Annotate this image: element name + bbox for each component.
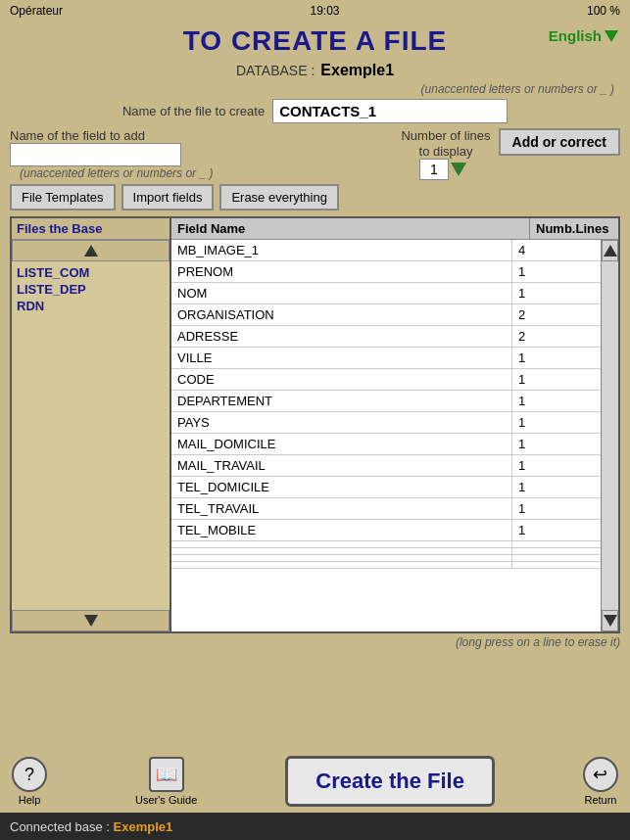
table-row[interactable]: CODE1: [171, 369, 601, 391]
field-lines-cell: 1: [512, 498, 601, 519]
field-lines-cell: 2: [512, 304, 601, 325]
num-lines-dropdown-icon[interactable]: [451, 163, 466, 176]
return-button[interactable]: ↩ Return: [583, 757, 618, 806]
fields-scroll-down-icon: [604, 615, 617, 627]
list-item[interactable]: RDN: [17, 298, 165, 314]
field-name-cell: MAIL_TRAVAIL: [171, 455, 512, 476]
files-list-container: LISTE_COM LISTE_DEP RDN: [12, 261, 170, 610]
table-row[interactable]: [171, 562, 601, 569]
field-lines-cell: 1: [512, 391, 601, 411]
table-row[interactable]: [171, 541, 601, 548]
table-row[interactable]: DEPARTEMENT1: [171, 391, 601, 412]
field-name-cell: DEPARTEMENT: [171, 391, 512, 411]
connected-base-bar: Connected base : Exemple1: [0, 813, 630, 840]
field-name-cell: TEL_TRAVAIL: [171, 498, 512, 519]
table-row[interactable]: MB_IMAGE_14: [171, 240, 601, 261]
table-row[interactable]: [171, 555, 601, 562]
field-name-cell: [171, 541, 512, 547]
col-field-name: Field Name: [171, 218, 530, 239]
list-item[interactable]: LISTE_COM: [17, 264, 165, 281]
files-panel-header: Files the Base: [12, 218, 170, 240]
time-label: 19:03: [310, 4, 339, 18]
files-scroll-up-button[interactable]: [12, 240, 170, 261]
battery-label: 100 %: [587, 4, 620, 18]
help-icon: ?: [12, 757, 47, 792]
file-name-input[interactable]: [272, 99, 508, 123]
field-name-cell: ORGANISATION: [171, 304, 512, 325]
field-name-cell: [171, 548, 512, 554]
status-bar: Opérateur 19:03 100 %: [0, 0, 630, 22]
fields-header: Field Name Numb.Lines: [171, 218, 618, 240]
files-panel: Files the Base LISTE_COM LISTE_DEP RDN: [10, 216, 171, 633]
import-fields-button[interactable]: Import fields: [121, 184, 215, 210]
table-row[interactable]: TEL_MOBILE1: [171, 520, 601, 541]
field-add-label: Name of the field to add: [10, 128, 393, 143]
files-scroll-down-button[interactable]: [12, 610, 170, 631]
field-add-input[interactable]: [10, 143, 181, 166]
field-lines-cell: [512, 541, 601, 547]
field-lines-cell: 1: [512, 348, 601, 368]
field-name-cell: CODE: [171, 369, 512, 390]
table-row[interactable]: TEL_DOMICILE1: [171, 477, 601, 498]
file-templates-button[interactable]: File Templates: [10, 184, 116, 210]
field-lines-cell: 2: [512, 326, 601, 347]
table-row[interactable]: MAIL_DOMICILE1: [171, 434, 601, 455]
help-button[interactable]: ? Help: [12, 757, 47, 806]
field-name-cell: ADRESSE: [171, 326, 512, 347]
erase-everything-button[interactable]: Erase everything: [219, 184, 339, 210]
field-name-cell: PRENOM: [171, 261, 512, 282]
field-hint: (unaccented letters or numbers or _ ): [10, 166, 393, 180]
list-item[interactable]: LISTE_DEP: [17, 281, 165, 298]
table-row[interactable]: TEL_TRAVAIL1: [171, 498, 601, 520]
language-label: English: [549, 27, 602, 44]
fields-panel: Field Name Numb.Lines MB_IMAGE_14PRENOM1…: [171, 216, 620, 633]
fields-scrollbar[interactable]: [601, 240, 618, 631]
scroll-down-icon: [84, 615, 98, 627]
files-list: LISTE_COM LISTE_DEP RDN: [12, 261, 170, 317]
fields-scroll-up-button[interactable]: [602, 240, 618, 261]
operator-label: Opérateur: [10, 4, 63, 18]
add-correct-button[interactable]: Add or correct: [499, 128, 620, 156]
page-title: TO CREATE A FILE: [183, 25, 448, 56]
field-name-cell: TEL_DOMICILE: [171, 477, 512, 497]
table-row[interactable]: PAYS1: [171, 412, 601, 434]
create-file-button[interactable]: Create the File: [285, 756, 495, 807]
fields-scroll-wrapper: MB_IMAGE_14PRENOM1NOM1ORGANISATION2ADRES…: [171, 240, 618, 631]
field-lines-cell: 1: [512, 434, 601, 454]
field-lines-cell: 1: [512, 369, 601, 390]
fields-scroll-down-button[interactable]: [602, 610, 618, 631]
table-row[interactable]: NOM1: [171, 283, 601, 304]
bottom-bar: ? Help 📖 User's Guide Create the File ↩ …: [0, 750, 630, 813]
field-lines-cell: 1: [512, 455, 601, 476]
table-row[interactable]: ADRESSE2: [171, 326, 601, 348]
table-row[interactable]: MAIL_TRAVAIL1: [171, 455, 601, 477]
users-guide-button[interactable]: 📖 User's Guide: [135, 757, 197, 806]
table-row[interactable]: VILLE1: [171, 348, 601, 369]
field-lines-cell: 1: [512, 283, 601, 303]
return-label: Return: [584, 794, 616, 806]
toolbar-row: File Templates Import fields Erase every…: [0, 180, 630, 214]
field-name-cell: VILLE: [171, 348, 512, 368]
field-lines-cell: 1: [512, 477, 601, 497]
language-button[interactable]: English: [549, 27, 618, 44]
fields-scroll-up-icon: [604, 245, 617, 257]
field-lines-cell: 1: [512, 412, 601, 433]
scroll-thumb-area: [602, 261, 618, 610]
table-row[interactable]: [171, 548, 601, 555]
long-press-hint: (long press on a line to erase it): [0, 635, 630, 649]
mid-section: Name of the field to add (unaccented let…: [0, 128, 630, 180]
num-lines-control: 1: [419, 159, 466, 180]
main-area: Files the Base LISTE_COM LISTE_DEP RDN F…: [0, 214, 630, 635]
page-header: TO CREATE A FILE English: [0, 22, 630, 59]
table-row[interactable]: PRENOM1: [171, 261, 601, 283]
file-name-row: Name of the file to create: [0, 96, 630, 126]
guide-label: User's Guide: [135, 794, 197, 806]
table-row[interactable]: ORGANISATION2: [171, 304, 601, 326]
connected-label: Connected base :: [10, 819, 110, 834]
field-lines-cell: 1: [512, 520, 601, 540]
field-name-cell: [171, 555, 512, 561]
field-name-cell: PAYS: [171, 412, 512, 433]
field-lines-cell: [512, 562, 601, 568]
num-lines-value[interactable]: 1: [419, 159, 449, 180]
language-dropdown-icon: [605, 30, 618, 42]
